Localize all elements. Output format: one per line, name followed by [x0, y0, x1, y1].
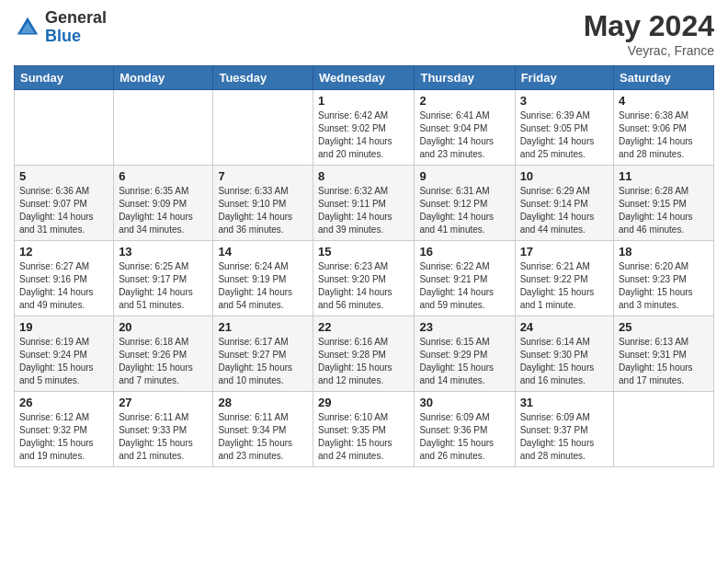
day-info: Sunrise: 6:42 AMSunset: 9:02 PMDaylight:… [318, 109, 409, 161]
day-info: Sunrise: 6:14 AMSunset: 9:30 PMDaylight:… [520, 336, 609, 387]
day-info: Sunrise: 6:17 AMSunset: 9:27 PMDaylight:… [218, 336, 308, 387]
day-number: 24 [520, 320, 609, 334]
day-info: Sunrise: 6:39 AMSunset: 9:05 PMDaylight:… [520, 109, 609, 161]
day-number: 4 [619, 94, 709, 108]
table-cell: 15Sunrise: 6:23 AMSunset: 9:20 PMDayligh… [313, 241, 415, 316]
day-number: 8 [318, 169, 409, 183]
table-cell [213, 90, 313, 166]
day-number: 2 [419, 94, 509, 108]
col-sunday: Sunday [15, 66, 114, 90]
day-info: Sunrise: 6:38 AMSunset: 9:06 PMDaylight:… [619, 109, 709, 161]
logo-blue: Blue [45, 28, 107, 46]
week-row-3: 12Sunrise: 6:27 AMSunset: 9:16 PMDayligh… [15, 241, 714, 316]
table-cell: 1Sunrise: 6:42 AMSunset: 9:02 PMDaylight… [313, 90, 415, 166]
table-cell: 28Sunrise: 6:11 AMSunset: 9:34 PMDayligh… [213, 392, 313, 467]
day-number: 13 [119, 245, 208, 259]
table-cell: 29Sunrise: 6:10 AMSunset: 9:35 PMDayligh… [313, 392, 415, 467]
col-tuesday: Tuesday [213, 66, 313, 90]
day-info: Sunrise: 6:28 AMSunset: 9:15 PMDaylight:… [619, 185, 709, 236]
day-info: Sunrise: 6:11 AMSunset: 9:33 PMDaylight:… [119, 411, 208, 463]
table-cell: 10Sunrise: 6:29 AMSunset: 9:14 PMDayligh… [515, 166, 613, 241]
day-number: 21 [218, 320, 308, 334]
table-cell: 14Sunrise: 6:24 AMSunset: 9:19 PMDayligh… [213, 241, 313, 316]
day-number: 19 [19, 320, 108, 334]
col-saturday: Saturday [614, 66, 714, 90]
table-cell: 16Sunrise: 6:22 AMSunset: 9:21 PMDayligh… [415, 241, 515, 316]
table-cell: 30Sunrise: 6:09 AMSunset: 9:36 PMDayligh… [415, 392, 515, 467]
day-info: Sunrise: 6:27 AMSunset: 9:16 PMDaylight:… [19, 260, 108, 312]
day-number: 28 [218, 396, 308, 409]
table-cell: 27Sunrise: 6:11 AMSunset: 9:33 PMDayligh… [114, 392, 213, 467]
table-cell [614, 392, 714, 467]
title-block: May 2024 Veyrac, France [584, 9, 714, 58]
week-row-2: 5Sunrise: 6:36 AMSunset: 9:07 PMDaylight… [15, 166, 714, 241]
day-info: Sunrise: 6:11 AMSunset: 9:34 PMDaylight:… [218, 411, 308, 463]
calendar: Sunday Monday Tuesday Wednesday Thursday… [14, 65, 714, 467]
day-info: Sunrise: 6:31 AMSunset: 9:12 PMDaylight:… [419, 185, 509, 236]
day-info: Sunrise: 6:35 AMSunset: 9:09 PMDaylight:… [119, 185, 208, 236]
table-cell: 8Sunrise: 6:32 AMSunset: 9:11 PMDaylight… [313, 166, 415, 241]
table-cell: 25Sunrise: 6:13 AMSunset: 9:31 PMDayligh… [614, 316, 714, 392]
header: General Blue May 2024 Veyrac, France [14, 9, 714, 58]
table-cell: 17Sunrise: 6:21 AMSunset: 9:22 PMDayligh… [515, 241, 613, 316]
day-info: Sunrise: 6:23 AMSunset: 9:20 PMDaylight:… [318, 260, 409, 312]
table-cell: 12Sunrise: 6:27 AMSunset: 9:16 PMDayligh… [15, 241, 114, 316]
logo-general: General [45, 9, 107, 28]
day-number: 6 [119, 169, 208, 183]
day-number: 12 [19, 245, 108, 259]
day-number: 25 [619, 320, 709, 334]
table-cell: 13Sunrise: 6:25 AMSunset: 9:17 PMDayligh… [114, 241, 213, 316]
day-info: Sunrise: 6:33 AMSunset: 9:10 PMDaylight:… [218, 185, 308, 236]
table-cell: 22Sunrise: 6:16 AMSunset: 9:28 PMDayligh… [313, 316, 415, 392]
day-number: 23 [419, 320, 509, 334]
col-thursday: Thursday [415, 66, 515, 90]
day-number: 10 [520, 169, 609, 183]
day-info: Sunrise: 6:22 AMSunset: 9:21 PMDaylight:… [419, 260, 509, 312]
day-number: 18 [619, 245, 709, 259]
table-cell: 9Sunrise: 6:31 AMSunset: 9:12 PMDaylight… [415, 166, 515, 241]
table-cell [114, 90, 213, 166]
table-cell: 21Sunrise: 6:17 AMSunset: 9:27 PMDayligh… [213, 316, 313, 392]
day-info: Sunrise: 6:19 AMSunset: 9:24 PMDaylight:… [19, 336, 108, 387]
week-row-5: 26Sunrise: 6:12 AMSunset: 9:32 PMDayligh… [15, 392, 714, 467]
table-cell: 11Sunrise: 6:28 AMSunset: 9:15 PMDayligh… [614, 166, 714, 241]
day-number: 1 [318, 94, 409, 108]
day-info: Sunrise: 6:12 AMSunset: 9:32 PMDaylight:… [19, 411, 108, 463]
day-number: 14 [218, 245, 308, 259]
table-cell: 20Sunrise: 6:18 AMSunset: 9:26 PMDayligh… [114, 316, 213, 392]
logo: General Blue [14, 9, 107, 46]
logo-text: General Blue [45, 9, 107, 46]
table-cell: 24Sunrise: 6:14 AMSunset: 9:30 PMDayligh… [515, 316, 613, 392]
table-cell: 26Sunrise: 6:12 AMSunset: 9:32 PMDayligh… [15, 392, 114, 467]
day-info: Sunrise: 6:13 AMSunset: 9:31 PMDaylight:… [619, 336, 709, 387]
page: General Blue May 2024 Veyrac, France Sun… [0, 0, 728, 563]
day-info: Sunrise: 6:32 AMSunset: 9:11 PMDaylight:… [318, 185, 409, 236]
day-number: 17 [520, 245, 609, 259]
day-info: Sunrise: 6:41 AMSunset: 9:04 PMDaylight:… [419, 109, 509, 161]
day-number: 20 [119, 320, 208, 334]
day-info: Sunrise: 6:36 AMSunset: 9:07 PMDaylight:… [19, 185, 108, 236]
day-info: Sunrise: 6:25 AMSunset: 9:17 PMDaylight:… [119, 260, 208, 312]
calendar-header-row: Sunday Monday Tuesday Wednesday Thursday… [15, 66, 714, 90]
table-cell: 23Sunrise: 6:15 AMSunset: 9:29 PMDayligh… [415, 316, 515, 392]
day-number: 7 [218, 169, 308, 183]
day-number: 22 [318, 320, 409, 334]
table-cell: 6Sunrise: 6:35 AMSunset: 9:09 PMDaylight… [114, 166, 213, 241]
day-info: Sunrise: 6:09 AMSunset: 9:36 PMDaylight:… [419, 411, 509, 463]
day-info: Sunrise: 6:29 AMSunset: 9:14 PMDaylight:… [520, 185, 609, 236]
day-number: 5 [19, 169, 108, 183]
col-monday: Monday [114, 66, 213, 90]
col-wednesday: Wednesday [313, 66, 415, 90]
day-info: Sunrise: 6:18 AMSunset: 9:26 PMDaylight:… [119, 336, 208, 387]
day-number: 26 [19, 396, 108, 409]
title-month: May 2024 [584, 9, 714, 43]
table-cell: 3Sunrise: 6:39 AMSunset: 9:05 PMDaylight… [515, 90, 613, 166]
day-number: 30 [419, 396, 509, 409]
col-friday: Friday [515, 66, 613, 90]
day-number: 27 [119, 396, 208, 409]
day-number: 11 [619, 169, 709, 183]
day-number: 15 [318, 245, 409, 259]
day-info: Sunrise: 6:16 AMSunset: 9:28 PMDaylight:… [318, 336, 409, 387]
day-number: 16 [419, 245, 509, 259]
table-cell [15, 90, 114, 166]
